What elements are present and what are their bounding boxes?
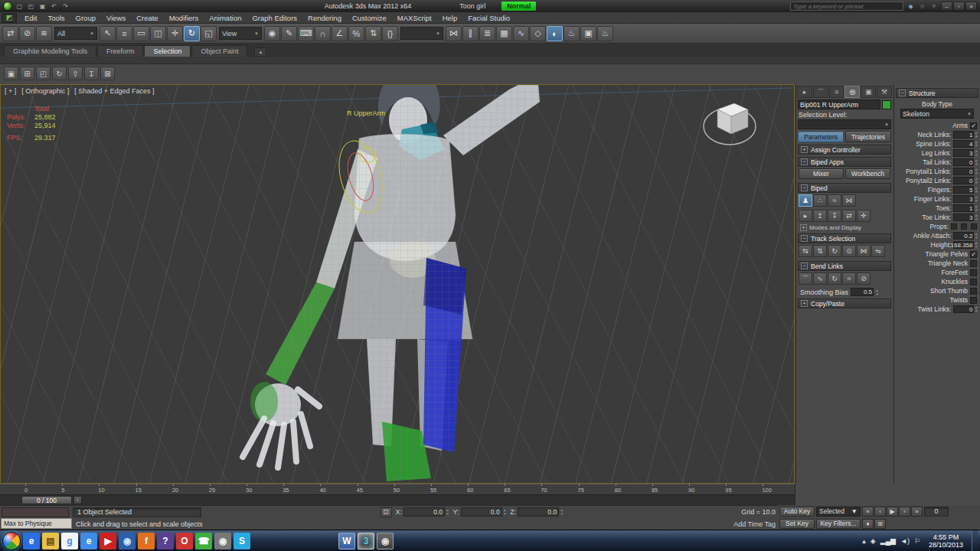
- checkbox[interactable]: [970, 260, 977, 267]
- set-key-button[interactable]: Set Key: [779, 519, 815, 529]
- structure-row[interactable]: Tail Links: 0 ▴▾: [894, 158, 980, 167]
- structure-row[interactable]: Fingers: 5 ▴▾: [894, 185, 980, 194]
- biped-apps-header[interactable]: −Biped Apps: [798, 157, 891, 167]
- go-to-end-button[interactable]: »: [911, 507, 923, 517]
- structure-header[interactable]: −Structure: [896, 88, 978, 98]
- checkbox[interactable]: [970, 269, 977, 276]
- ribbon-minimize-icon[interactable]: ▴: [254, 47, 266, 57]
- menu-item[interactable]: Views: [101, 13, 131, 23]
- mirror-icon[interactable]: ⋈ ▼: [446, 26, 462, 41]
- edit-container-icon[interactable]: ▣: [4, 67, 18, 80]
- menu-item[interactable]: Animation: [204, 13, 247, 23]
- sub-object-dropdown[interactable]: ▼: [798, 119, 891, 129]
- coordinate-field[interactable]: Z: 0.0 ▴▾: [510, 507, 563, 517]
- value-field[interactable]: 0: [953, 158, 974, 166]
- structure-row[interactable]: Leg Links: 3 ▴▾: [894, 148, 980, 158]
- ie-taskbar-icon[interactable]: e: [23, 533, 40, 549]
- rendered-frame-icon[interactable]: ▣ ▼: [580, 26, 596, 41]
- structure-row[interactable]: Height: 168.358 ▴▾: [894, 240, 980, 249]
- menu-item[interactable]: MAXScript: [392, 13, 437, 23]
- update-container-icon[interactable]: ↻: [52, 67, 67, 80]
- youtube-taskbar-icon[interactable]: ▶: [100, 533, 116, 549]
- spinner[interactable]: ▴▾: [975, 131, 977, 139]
- smoothing-bias-field[interactable]: 0.5: [851, 288, 874, 296]
- footstep-mode-icon[interactable]: ∴: [813, 194, 827, 207]
- tray-icon[interactable]: ◈: [871, 537, 876, 545]
- ribbon-tab[interactable]: Selection: [144, 45, 191, 57]
- reload-container-icon[interactable]: ⇪: [68, 67, 83, 80]
- structure-row[interactable]: Knuckles ▴▾: [894, 277, 980, 286]
- value-field[interactable]: 3: [953, 214, 974, 221]
- menu-item[interactable]: Help: [437, 13, 463, 23]
- mixer-mode-icon[interactable]: ⋈: [842, 194, 856, 207]
- whatsapp-taskbar-icon[interactable]: ☎: [195, 533, 212, 549]
- time-slider[interactable]: 0 / 100 ›: [0, 494, 795, 505]
- ribbon-tab[interactable]: Freeform: [97, 45, 144, 57]
- structure-row[interactable]: Toe Links: 3 ▴▾: [894, 213, 980, 222]
- structure-row[interactable]: Arms ▴▾: [894, 121, 980, 130]
- viewport[interactable]: [ + ] [ Orthographic ] [ Shaded + Edged …: [0, 84, 795, 484]
- time-config-button[interactable]: ⊞: [874, 519, 886, 529]
- named-sets-edit-icon[interactable]: {} ▼: [382, 26, 398, 41]
- convert-icon[interactable]: ⇄: [842, 210, 856, 222]
- snap-toggle-icon[interactable]: ∩ ▼: [315, 26, 331, 41]
- move-all-mode-icon[interactable]: ✛: [857, 210, 871, 222]
- bind-to-spacewarp-icon[interactable]: ≋ ▼: [36, 26, 52, 41]
- value-field[interactable]: 3: [953, 195, 974, 203]
- menu-item[interactable]: Tools: [42, 13, 70, 23]
- angle-snap-icon[interactable]: ∠ ▼: [332, 26, 348, 41]
- select-rotate-icon[interactable]: ↻ ▼: [184, 26, 200, 41]
- smooth-twist-mode-icon[interactable]: ≈: [842, 272, 856, 285]
- rect-selection-region-icon[interactable]: ▭ ▼: [133, 26, 149, 41]
- structure-row[interactable]: Ponytail2 Links: 0 ▴▾: [894, 176, 980, 185]
- biped-playback-icon[interactable]: ▸: [799, 210, 812, 222]
- percent-snap-icon[interactable]: % ▼: [348, 26, 364, 41]
- close-container-icon[interactable]: ⊠: [100, 67, 115, 80]
- zero-twist-icon[interactable]: ⊘: [857, 272, 871, 285]
- modes-and-display-expander[interactable]: +Modes and Display: [800, 224, 889, 231]
- photo-viewer-taskbar-icon[interactable]: ◉: [214, 533, 231, 549]
- checkbox[interactable]: [970, 288, 977, 295]
- menu-item[interactable]: Graph Editors: [247, 13, 302, 23]
- smoothing-bias-spinner[interactable]: ▴▾: [876, 289, 878, 296]
- structure-row[interactable]: Toes: 1 ▴▾: [894, 204, 980, 213]
- spinner[interactable]: ▴▾: [975, 186, 977, 194]
- motion-flow-mode-icon[interactable]: ≈: [828, 194, 841, 207]
- opposite-icon[interactable]: ⇋: [871, 245, 885, 257]
- coordinate-field[interactable]: X: 0.0 ▴▾: [396, 507, 449, 517]
- selection-filter-dropdown[interactable]: All▼: [53, 27, 99, 40]
- body-type-dropdown[interactable]: Skeleton▼: [900, 109, 974, 119]
- app-logo-icon[interactable]: [3, 2, 12, 11]
- motion-tab[interactable]: ◎: [844, 86, 860, 98]
- object-name-field[interactable]: Bip001 R UpperArm: [798, 99, 880, 109]
- value-field[interactable]: 1: [953, 131, 974, 139]
- value-field[interactable]: 0.2: [953, 232, 974, 240]
- modify-tab[interactable]: ⌒: [813, 86, 828, 98]
- time-slider-handle[interactable]: 0 / 100: [21, 496, 72, 504]
- undo-icon[interactable]: ↶: [49, 2, 59, 11]
- tray-icon[interactable]: ▂▄▆: [880, 537, 896, 545]
- value-field[interactable]: 168.358: [953, 241, 974, 249]
- coordinate-field[interactable]: Y: 0.0 ▴▾: [453, 507, 506, 517]
- current-frame-field[interactable]: 0: [924, 507, 949, 517]
- new-container-icon[interactable]: ⊞: [20, 67, 34, 80]
- go-to-start-button[interactable]: «: [862, 507, 874, 517]
- spinner[interactable]: ▴▾: [975, 232, 977, 240]
- symmetrical-icon[interactable]: ⋈: [857, 245, 871, 257]
- infocenter-search-input[interactable]: [790, 2, 903, 11]
- parameters-button[interactable]: Parameters: [798, 131, 844, 142]
- figure-mode-icon[interactable]: ♟: [799, 194, 812, 207]
- minimize-button[interactable]: –: [941, 2, 952, 11]
- ie64-taskbar-icon[interactable]: e: [80, 533, 97, 549]
- spinner[interactable]: ▴▾: [975, 195, 977, 203]
- menu-item[interactable]: Edit: [19, 13, 42, 23]
- google-taskbar-icon[interactable]: g: [61, 533, 78, 549]
- taskbar-clock[interactable]: 4:55 PM 28/10/2013: [925, 533, 967, 549]
- menu-item[interactable]: Facial Studio: [462, 13, 515, 23]
- spinner-snap-icon[interactable]: ⇅ ▼: [365, 26, 381, 41]
- select-manipulate-icon[interactable]: ✎ ▼: [281, 26, 297, 41]
- tray-expand-icon[interactable]: ▴: [862, 537, 866, 545]
- skype-taskbar-icon[interactable]: S: [234, 533, 250, 549]
- hierarchy-tab[interactable]: ≡: [829, 86, 844, 98]
- keyboard-override-icon[interactable]: ⌨ ▼: [298, 26, 314, 41]
